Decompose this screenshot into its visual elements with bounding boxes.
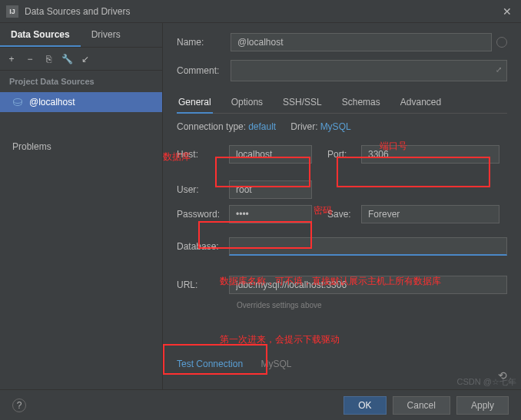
button-bar: ? OK Cancel Apply xyxy=(0,389,521,420)
user-label: User: xyxy=(177,184,223,195)
copy-icon[interactable]: ⎘ xyxy=(43,54,54,64)
name-input[interactable] xyxy=(231,33,492,51)
close-icon[interactable]: ✕ xyxy=(499,5,515,18)
connection-type-line: Connection type: default Driver: MySQL xyxy=(177,121,507,132)
database-input[interactable] xyxy=(229,237,507,256)
titlebar: IJ Data Sources and Drivers ✕ xyxy=(0,0,521,23)
test-connection-link[interactable]: Test Connection xyxy=(177,359,243,369)
watermark: CSDN @☆七年 xyxy=(457,376,516,388)
tab-options[interactable]: Options xyxy=(230,92,264,113)
save-select[interactable] xyxy=(361,205,499,223)
driver-name-text: MySQL xyxy=(260,359,291,369)
save-label: Save: xyxy=(327,209,355,220)
window-title: Data Sources and Drivers xyxy=(25,6,499,17)
section-project-data-sources: Project Data Sources xyxy=(0,71,162,92)
expand-icon[interactable]: ⤢ xyxy=(496,65,502,74)
database-label: Database: xyxy=(177,241,223,252)
port-input[interactable] xyxy=(361,145,499,164)
password-input[interactable] xyxy=(229,205,312,223)
apply-button[interactable]: Apply xyxy=(456,396,509,415)
host-input[interactable] xyxy=(229,145,312,164)
revert-icon[interactable]: ↙ xyxy=(80,54,91,64)
tree-item-label: @localhost xyxy=(29,97,75,107)
name-label: Name: xyxy=(177,37,231,48)
left-tab-row: Data Sources Drivers xyxy=(0,23,162,48)
driver-link[interactable]: MySQL xyxy=(320,121,351,132)
right-panel: Name: Comment: ⤢ General Options SSH/SSL… xyxy=(163,23,521,389)
port-label: Port: xyxy=(327,149,355,160)
url-hint: Overrides settings above xyxy=(237,301,507,309)
left-panel: Data Sources Drivers + − ⎘ 🔧 ↙ Project D… xyxy=(0,23,163,389)
sub-tabs: General Options SSH/SSL Schemas Advanced xyxy=(177,92,507,114)
conn-type-label: Connection type: xyxy=(177,121,246,132)
app-icon: IJ xyxy=(6,5,18,18)
help-icon[interactable]: ? xyxy=(12,399,26,412)
database-icon xyxy=(12,98,23,106)
ok-button[interactable]: OK xyxy=(343,396,386,415)
tab-data-sources[interactable]: Data Sources xyxy=(0,23,81,47)
conn-type-link[interactable]: default xyxy=(248,121,276,132)
add-icon[interactable]: + xyxy=(6,54,17,64)
url-label: URL: xyxy=(177,279,223,290)
tab-advanced[interactable]: Advanced xyxy=(399,92,443,113)
host-label: Host: xyxy=(177,149,223,160)
left-toolbar: + − ⎘ 🔧 ↙ xyxy=(0,48,162,71)
tab-schemas[interactable]: Schemas xyxy=(340,92,382,113)
color-indicator-icon[interactable] xyxy=(496,37,507,48)
cancel-button[interactable]: Cancel xyxy=(393,396,450,415)
tab-general[interactable]: General xyxy=(177,92,213,114)
url-input[interactable] xyxy=(229,276,507,294)
remove-icon[interactable]: − xyxy=(25,54,35,64)
comment-input[interactable]: ⤢ xyxy=(231,60,507,81)
wrench-icon[interactable]: 🔧 xyxy=(61,54,72,64)
tab-drivers[interactable]: Drivers xyxy=(81,23,131,47)
password-label: Password: xyxy=(177,209,223,220)
tab-sshssl[interactable]: SSH/SSL xyxy=(281,92,324,113)
tree-item-localhost[interactable]: @localhost xyxy=(0,92,162,112)
driver-label: Driver: xyxy=(290,121,317,132)
sidebar-problems[interactable]: Problems xyxy=(0,135,162,158)
comment-label: Comment: xyxy=(177,65,231,76)
user-input[interactable] xyxy=(229,180,312,199)
